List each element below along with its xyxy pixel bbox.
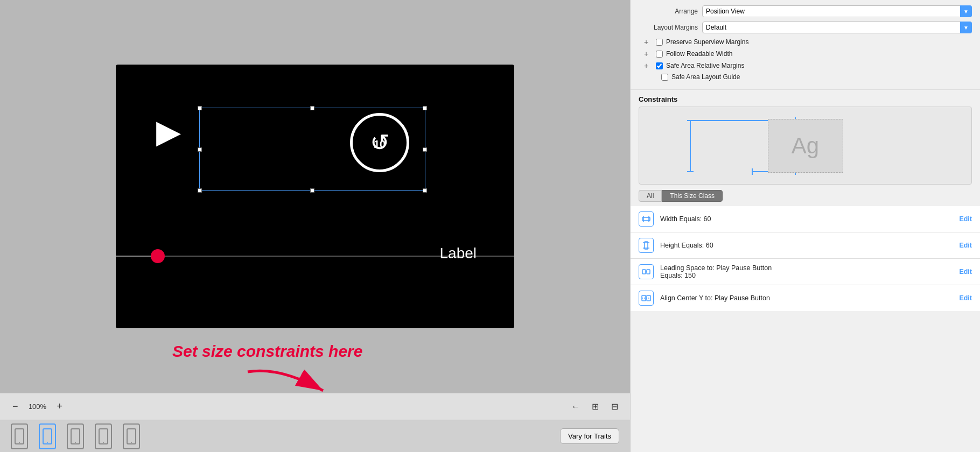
plus-readable[interactable]: + xyxy=(644,50,653,58)
constraint-item-leading: Leading Space to: Play Pause Button Equa… xyxy=(631,259,980,285)
constraint-icon-width xyxy=(639,211,654,227)
width-icon-svg xyxy=(641,214,651,224)
constraint-desc-leading: Leading Space to: Play Pause Button Equa… xyxy=(660,264,953,279)
svg-rect-7 xyxy=(99,429,108,444)
arrange-section: Arrange Position View ▼ Layout Margins D… xyxy=(631,0,980,90)
left-panel: ▶ ↻ 10 xyxy=(0,0,630,452)
svg-rect-25 xyxy=(642,270,646,274)
right-panel: Arrange Position View ▼ Layout Margins D… xyxy=(630,0,980,452)
checkbox-row-preserve: + Preserve Superview Margins xyxy=(639,38,972,46)
back-icon[interactable]: ← xyxy=(568,399,583,414)
arrange-row: Arrange Position View ▼ xyxy=(639,5,972,17)
layout-margins-arrow: ▼ xyxy=(960,22,972,33)
checkbox-preserve[interactable] xyxy=(656,39,663,46)
svg-rect-9 xyxy=(127,429,136,444)
ag-text: Ag xyxy=(792,133,819,159)
checkbox-preserve-label: Preserve Superview Margins xyxy=(666,38,748,46)
checkbox-row-safe-layout: Safe Area Layout Guide xyxy=(639,73,972,81)
device-icon-5[interactable] xyxy=(123,423,140,449)
constraint-edit-leading[interactable]: Edit xyxy=(959,268,972,276)
constraint-desc-height: Height Equals: 60 xyxy=(660,242,953,249)
constraint-desc-width: Width Equals: 60 xyxy=(660,215,953,223)
checkbox-row-safe-relative: + Safe Area Relative Margins xyxy=(639,61,972,70)
constraint-edit-align[interactable]: Edit xyxy=(959,294,972,302)
handle-tl xyxy=(198,106,202,110)
svg-rect-26 xyxy=(647,270,650,274)
constraints-icon[interactable]: ⊟ xyxy=(607,399,622,414)
handle-br xyxy=(423,188,427,193)
constraint-desc-align: Align Center Y to: Play Pause Button xyxy=(660,294,953,302)
device-icon-1[interactable] xyxy=(11,423,28,449)
checkbox-safe-layout-label: Safe Area Layout Guide xyxy=(671,73,740,81)
arrange-select-container: Position View ▼ xyxy=(702,5,972,17)
video-label: Label xyxy=(439,245,477,262)
layout-margins-select-container: Default ▼ xyxy=(702,22,972,33)
arrange-select-arrow: ▼ xyxy=(960,5,972,17)
constraint-icon-align xyxy=(639,291,654,306)
progress-dot xyxy=(151,249,165,263)
handle-tm xyxy=(310,106,314,110)
constraint-tabs: All This Size Class xyxy=(631,190,980,206)
arrange-select[interactable]: Position View xyxy=(702,5,972,17)
constraints-header: Constraints xyxy=(631,90,980,107)
checkbox-row-readable: + Follow Readable Width xyxy=(639,50,972,58)
play-icon: ▶ xyxy=(156,116,181,148)
layout-margins-select[interactable]: Default xyxy=(702,22,972,33)
arrange-label: Arrange xyxy=(639,8,698,15)
height-icon-svg xyxy=(641,241,651,250)
handle-bm xyxy=(310,188,314,193)
constraint-item-align: Align Center Y to: Play Pause Button Edi… xyxy=(631,285,980,311)
bottom-toolbar: − 100% + ← ⊞ ⊟ xyxy=(0,393,630,420)
plus-preserve[interactable]: + xyxy=(644,38,653,46)
annotation-text: Set size constraints here xyxy=(172,342,362,361)
constraints-visual: Ag xyxy=(639,107,972,185)
device-screen: ▶ ↻ 10 xyxy=(116,65,514,328)
zoom-value: 100% xyxy=(27,402,48,411)
constraint-edit-width[interactable]: Edit xyxy=(959,215,972,223)
leading-icon-svg xyxy=(641,267,651,277)
device-icon-2[interactable] xyxy=(39,423,56,449)
svg-rect-5 xyxy=(71,429,80,444)
constraint-edit-height[interactable]: Edit xyxy=(959,242,972,249)
device-icon-4[interactable] xyxy=(95,423,112,449)
constraint-item-height: Height Equals: 60 Edit xyxy=(631,232,980,259)
vary-for-traits-button[interactable]: Vary for Traits xyxy=(560,428,619,444)
checkbox-safe-layout[interactable] xyxy=(661,74,668,81)
replay-number: 10 xyxy=(374,138,386,151)
zoom-minus-button[interactable]: − xyxy=(8,400,23,413)
handle-bl xyxy=(198,188,202,193)
svg-rect-1 xyxy=(15,429,24,444)
tab-all[interactable]: All xyxy=(639,190,662,202)
plus-safe-relative[interactable]: + xyxy=(644,61,653,70)
checkbox-readable[interactable] xyxy=(656,51,663,58)
zoom-plus-button[interactable]: + xyxy=(53,400,67,413)
storyboard-icon[interactable]: ⊞ xyxy=(587,399,603,414)
layout-margins-row: Layout Margins Default ▼ xyxy=(639,22,972,33)
device-icon-3[interactable] xyxy=(67,423,84,449)
constraint-icon-height xyxy=(639,238,654,253)
checkbox-safe-relative-label: Safe Area Relative Margins xyxy=(666,62,744,69)
constraint-icon-leading xyxy=(639,264,654,279)
tab-this-size-class[interactable]: This Size Class xyxy=(662,190,723,202)
replay-icon: ↻ 10 xyxy=(350,113,409,172)
device-icons-row: Vary for Traits xyxy=(0,420,630,452)
svg-rect-3 xyxy=(43,429,52,444)
canvas-area: ▶ ↻ 10 xyxy=(0,0,630,393)
checkbox-readable-label: Follow Readable Width xyxy=(666,50,732,58)
ag-preview-box: Ag xyxy=(768,119,843,173)
align-icon-svg xyxy=(641,293,651,303)
checkbox-safe-relative[interactable] xyxy=(656,62,663,69)
layout-margins-label: Layout Margins xyxy=(639,24,698,31)
annotation-layer: Set size constraints here xyxy=(172,342,362,361)
constraint-item-width: Width Equals: 60 Edit xyxy=(631,206,980,232)
handle-tr xyxy=(423,106,427,110)
handle-ml xyxy=(198,147,202,152)
handle-mr xyxy=(423,147,427,152)
